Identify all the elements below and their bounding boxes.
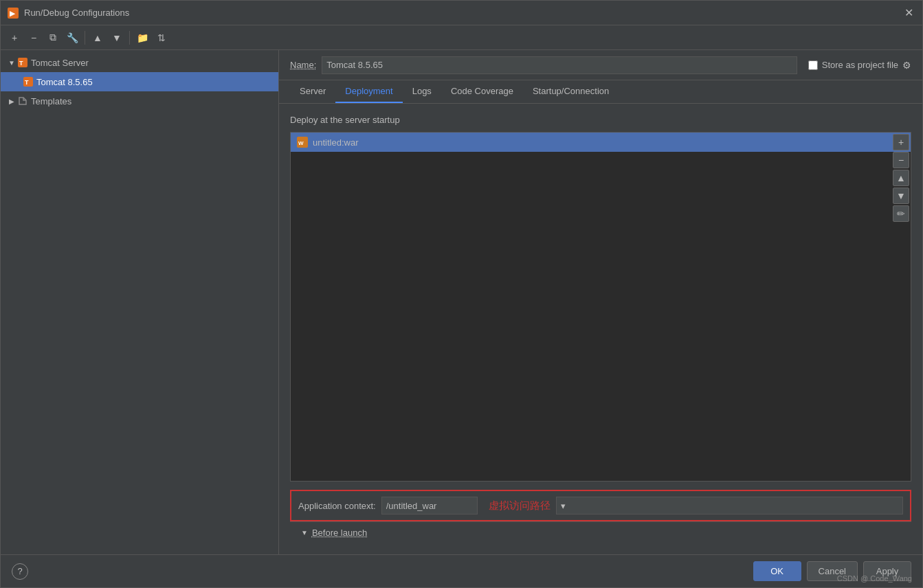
deploy-down-button[interactable]: ▼ xyxy=(893,188,909,204)
tree-item-label-tomcat-8565: Tomcat 8.5.65 xyxy=(36,77,93,87)
tab-startup-connection[interactable]: Startup/Connection xyxy=(523,80,619,103)
remove-config-button[interactable]: − xyxy=(25,30,42,46)
deploy-edit-button[interactable]: ✏ xyxy=(893,205,909,222)
app-context-label: Application context: xyxy=(298,501,376,511)
before-launch-label: Before launch xyxy=(312,528,367,538)
expand-arrow-templates: ▶ xyxy=(6,95,17,106)
gear-icon[interactable]: ⚙ xyxy=(902,60,911,71)
tree-item-label-templates: Templates xyxy=(31,96,71,106)
store-label: Store as project file xyxy=(822,60,898,70)
deploy-add-button[interactable]: + xyxy=(893,134,909,150)
tree-item-label-tomcat-server: Tomcat Server xyxy=(31,58,89,68)
deploy-item-label-untitled-war: untitled:war xyxy=(313,137,358,148)
tabs-row: Server Deployment Logs Code Coverage Sta… xyxy=(279,80,922,104)
config-tree: ▼ T Tomcat Server T Tomcat 8.5.65 xyxy=(1,50,279,554)
dialog-title: Run/Debug Configurations xyxy=(24,8,902,18)
tab-content-deployment: Deploy at the server startup W xyxy=(279,104,922,554)
app-context-input[interactable] xyxy=(381,497,478,514)
deploy-list-container: W untitled:war + − ▲ ▼ ✏ xyxy=(290,132,911,482)
tomcat-server-icon: T xyxy=(17,57,28,68)
tab-deployment[interactable]: Deployment xyxy=(335,80,402,103)
tree-item-tomcat-8565[interactable]: T Tomcat 8.5.65 xyxy=(1,72,278,91)
store-checkbox[interactable] xyxy=(808,60,818,70)
copy-config-button[interactable]: ⧉ xyxy=(45,30,61,46)
name-row: Name: Store as project file ⚙ xyxy=(279,50,922,80)
deploy-list: W untitled:war xyxy=(291,133,911,481)
tree-item-tomcat-server[interactable]: ▼ T Tomcat Server xyxy=(1,53,278,72)
close-button[interactable]: ✕ xyxy=(902,6,915,20)
tab-server[interactable]: Server xyxy=(290,80,335,103)
expand-arrow-tomcat-server: ▼ xyxy=(6,57,17,68)
main-content: ▼ T Tomcat Server T Tomcat 8.5.65 xyxy=(1,50,922,554)
deploy-item-untitled-war[interactable]: W untitled:war xyxy=(291,133,911,152)
name-input[interactable] xyxy=(322,56,797,74)
deploy-section-label: Deploy at the server startup xyxy=(290,115,911,125)
run-debug-dialog: ▶ Run/Debug Configurations ✕ + − ⧉ 🔧 ▲ ▼… xyxy=(0,0,923,588)
right-panel: Name: Store as project file ⚙ Server Dep… xyxy=(279,50,922,554)
side-buttons: + − ▲ ▼ ✏ xyxy=(891,133,911,223)
toolbar-separator-2 xyxy=(129,31,130,45)
templates-icon xyxy=(17,95,28,106)
deploy-section: Deploy at the server startup W xyxy=(290,115,911,521)
wrench-button[interactable]: 🔧 xyxy=(64,30,80,46)
title-bar: ▶ Run/Debug Configurations ✕ xyxy=(1,1,922,25)
virtual-path-label: 虚拟访问路径 xyxy=(489,499,551,512)
sort-button[interactable]: ⇅ xyxy=(153,30,170,46)
app-context-dropdown-arrow: ▾ xyxy=(561,501,566,511)
deploy-up-button[interactable]: ▲ xyxy=(893,170,909,186)
bottom-bar: ? OK Cancel Apply xyxy=(1,554,922,587)
ok-button[interactable]: OK xyxy=(753,561,801,581)
folder-button[interactable]: 📁 xyxy=(134,30,151,46)
tab-logs[interactable]: Logs xyxy=(403,80,441,103)
svg-text:T: T xyxy=(25,79,29,86)
deploy-remove-button[interactable]: − xyxy=(893,152,909,168)
watermark: CSDN @ Code_Wang xyxy=(837,574,912,583)
app-icon: ▶ xyxy=(8,8,19,19)
add-config-button[interactable]: + xyxy=(6,30,23,46)
move-up-button[interactable]: ▲ xyxy=(89,30,106,46)
before-launch-arrow: ▼ xyxy=(301,529,308,536)
move-down-button[interactable]: ▼ xyxy=(109,30,125,46)
tomcat-instance-icon: T xyxy=(23,76,34,87)
name-label: Name: xyxy=(290,60,316,70)
app-context-row: Application context: 虚拟访问路径 ▾ xyxy=(290,490,911,521)
tree-item-templates[interactable]: ▶ Templates xyxy=(1,91,278,111)
toolbar: + − ⧉ 🔧 ▲ ▼ 📁 ⇅ xyxy=(1,25,922,50)
app-context-dropdown[interactable]: ▾ xyxy=(556,497,903,514)
help-button[interactable]: ? xyxy=(12,563,28,580)
svg-text:W: W xyxy=(298,140,304,146)
war-icon: W xyxy=(296,136,309,148)
before-launch-row[interactable]: ▼ Before launch xyxy=(290,521,911,543)
toolbar-separator-1 xyxy=(85,31,85,45)
tab-code-coverage[interactable]: Code Coverage xyxy=(441,80,523,103)
svg-text:▶: ▶ xyxy=(10,10,16,17)
svg-text:T: T xyxy=(19,60,23,67)
store-row: Store as project file ⚙ xyxy=(808,60,911,71)
